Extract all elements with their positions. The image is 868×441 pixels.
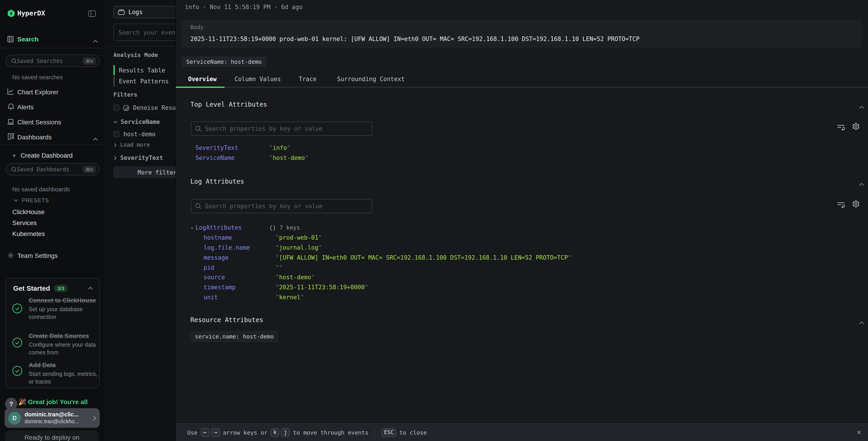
- wrap-lines-icon[interactable]: [837, 124, 845, 133]
- attr-value[interactable]: kernel: [276, 294, 304, 301]
- tab-column-values[interactable]: Column Values: [235, 76, 281, 83]
- tab-trace[interactable]: Trace: [299, 76, 316, 83]
- attr-value[interactable]: prod-web-01: [276, 234, 322, 241]
- sidebar-item-alerts[interactable]: Alerts: [17, 104, 34, 111]
- sidebar-collapse-icon[interactable]: [88, 10, 96, 19]
- log-attributes-search-field[interactable]: [205, 203, 368, 210]
- attribute-row[interactable]: SeverityText info: [176, 144, 859, 154]
- chevron-up-icon[interactable]: [859, 318, 864, 326]
- preset-kubernetes[interactable]: Kubernetes: [12, 230, 45, 237]
- attribute-row[interactable]: log.file.name journal.log: [176, 244, 859, 254]
- gear-icon[interactable]: [852, 122, 860, 132]
- preset-services[interactable]: Services: [12, 219, 37, 227]
- source-selector[interactable]: Logs: [114, 6, 175, 18]
- no-saved-dashboards-note: No saved dashboards: [12, 186, 70, 193]
- attribute-row[interactable]: hostname prod-web-01: [176, 234, 859, 244]
- saved-dashboards-input[interactable]: ⌘K: [5, 163, 100, 175]
- attr-value[interactable]: journal.log: [276, 244, 322, 251]
- attr-key[interactable]: hostname: [204, 234, 232, 241]
- event-body-card: Body 2025-11-11T23:58:19+0000 prod-web-0…: [182, 20, 862, 48]
- resource-attribute-tag[interactable]: service.name: host-demo: [190, 331, 278, 342]
- shortcut-footer: Use ← → arrow keys or k j to move throug…: [176, 423, 868, 441]
- wrap-lines-icon[interactable]: [837, 201, 845, 210]
- saved-dashboards-field[interactable]: [17, 166, 83, 172]
- host-demo-checkbox[interactable]: [114, 131, 119, 137]
- saved-searches-field[interactable]: [17, 58, 83, 64]
- sidebar-item-search[interactable]: Search: [17, 35, 38, 43]
- attr-key[interactable]: unit: [204, 294, 218, 301]
- chevron-up-icon[interactable]: [93, 135, 98, 143]
- get-started-item[interactable]: Connect to ClickHouse Set up your databa…: [29, 297, 98, 321]
- deploy-banner[interactable]: Ready to deploy on: [5, 431, 99, 441]
- sidebar-item-dashboards[interactable]: Dashboards: [17, 134, 52, 141]
- load-more-button[interactable]: Load more: [114, 142, 150, 148]
- filter-value-label: host-demo: [123, 131, 156, 138]
- mode-event-patterns[interactable]: Event Patterns: [114, 76, 169, 86]
- attr-value[interactable]: host-demo: [276, 274, 315, 281]
- attr-value[interactable]: host-demo: [269, 154, 308, 161]
- attr-value[interactable]: [UFW ALLOW] IN=eth0 OUT= MAC= SRC=192.16…: [276, 254, 571, 261]
- attribute-row[interactable]: timestamp 2025-11-11T23:58:19+0000: [176, 284, 859, 294]
- sidebar-item-team-settings[interactable]: Team Settings: [17, 252, 58, 259]
- dashboards-grid-icon: [8, 133, 14, 142]
- sidebar-item-client-sessions[interactable]: Client Sessions: [17, 118, 61, 126]
- sidebar-item-chart-explorer[interactable]: Chart Explorer: [17, 88, 59, 96]
- body-log-line: 2025-11-11T23:58:19+0000 prod-web-01 ker…: [190, 35, 640, 42]
- get-started-item[interactable]: Create Data Sources Configure where your…: [29, 332, 98, 357]
- log-attributes-search[interactable]: [191, 199, 372, 213]
- attr-value[interactable]: 2025-11-11T23:58:19+0000: [276, 284, 368, 291]
- filter-group-severitytext[interactable]: SeverityText: [114, 154, 163, 161]
- tab-underline-track: [176, 87, 868, 88]
- close-icon[interactable]: ✕: [857, 428, 861, 436]
- attribute-row[interactable]: pid: [176, 264, 859, 274]
- left-arrow-keycap: ←: [200, 428, 209, 437]
- chevron-up-icon[interactable]: [93, 36, 98, 45]
- preset-clickhouse[interactable]: ClickHouse: [12, 208, 44, 215]
- event-header: info · Nov 11 5:58:19 PM · 6d ago: [185, 4, 303, 10]
- top-level-search[interactable]: [191, 122, 372, 136]
- tab-surrounding-context[interactable]: Surrounding Context: [337, 76, 405, 83]
- attr-value[interactable]: info: [269, 144, 290, 151]
- chevron-up-icon[interactable]: [859, 179, 864, 188]
- tree-collapse-arrow[interactable]: ▾: [191, 226, 193, 231]
- log-attributes-root-row[interactable]: ▾ LogAttributes {} 7 keys: [176, 224, 859, 234]
- logs-source-icon: [118, 9, 125, 15]
- denoise-checkbox[interactable]: [114, 105, 119, 111]
- service-name-tag[interactable]: ServiceName: host-demo: [182, 57, 266, 67]
- get-started-card: Get Started 3/3 Connect to ClickHouse Se…: [5, 278, 100, 388]
- saved-searches-input[interactable]: ⌘K: [5, 55, 100, 67]
- attribute-row[interactable]: message [UFW ALLOW] IN=eth0 OUT= MAC= SR…: [176, 254, 859, 264]
- check-circle-icon: [12, 303, 22, 315]
- attr-key[interactable]: LogAttributes: [195, 224, 242, 231]
- attribute-row[interactable]: unit kernel: [176, 294, 859, 304]
- attribute-row[interactable]: ServiceName host-demo: [176, 154, 859, 165]
- event-search-input[interactable]: [114, 24, 175, 41]
- attr-key[interactable]: source: [204, 274, 225, 281]
- attribute-row[interactable]: source host-demo: [176, 274, 859, 284]
- more-filters-button[interactable]: More filters: [114, 166, 175, 178]
- divider: [106, 46, 175, 47]
- attr-key[interactable]: log.file.name: [204, 244, 250, 251]
- body-label: Body: [190, 24, 204, 31]
- chevron-up-icon[interactable]: [88, 287, 93, 290]
- attr-key[interactable]: SeverityText: [195, 144, 238, 151]
- help-button[interactable]: ?: [5, 398, 17, 410]
- mode-results-table[interactable]: Results Table: [114, 65, 165, 75]
- create-dashboard-button[interactable]: + Create Dashboard: [12, 152, 73, 159]
- filter-group-servicename[interactable]: ServiceName: [114, 118, 160, 125]
- tab-overview[interactable]: Overview: [188, 76, 217, 83]
- denoise-filter-row[interactable]: Denoise Results: [114, 104, 175, 111]
- filter-value-host-demo[interactable]: host-demo: [114, 131, 156, 138]
- attr-key[interactable]: message: [204, 254, 228, 261]
- attr-key[interactable]: ServiceName: [195, 154, 235, 161]
- attr-key[interactable]: timestamp: [204, 284, 236, 291]
- get-started-item[interactable]: Add Data Start sending logs, metrics, or…: [29, 361, 98, 386]
- attr-key[interactable]: pid: [204, 264, 214, 271]
- gear-icon[interactable]: [852, 200, 860, 210]
- presets-group-header[interactable]: PRESETS: [14, 197, 49, 204]
- user-menu[interactable]: D dominic.tran@clic... dominic.tran@clic…: [5, 408, 100, 428]
- attr-value[interactable]: [276, 264, 283, 271]
- chevron-up-icon[interactable]: [859, 102, 864, 111]
- attr-meta: {} 7 keys: [269, 224, 300, 231]
- top-level-search-field[interactable]: [205, 125, 368, 132]
